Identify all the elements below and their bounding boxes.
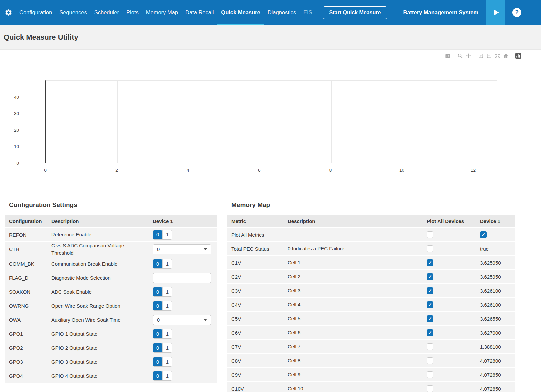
config-row-cth: CTHC vs S ADC Comparison Voltage Thresho… — [5, 242, 217, 257]
refon-toggle-option-1[interactable]: 1 — [162, 230, 172, 239]
reset-axes-icon[interactable] — [502, 52, 510, 59]
gpo1-toggle-option-0[interactable]: 0 — [153, 329, 162, 338]
help-icon[interactable]: ? — [512, 8, 521, 17]
plot-all-metrics-plot-all-checkbox[interactable] — [427, 231, 433, 238]
memory-plot-all-cell — [427, 242, 480, 256]
memory-description: Cell 2 — [288, 270, 427, 284]
refon-toggle-option-0[interactable]: 0 — [153, 230, 162, 239]
x-tick-label: 4 — [181, 168, 195, 173]
nav-tab-scheduler[interactable]: Scheduler — [91, 0, 123, 25]
pan-icon[interactable] — [464, 52, 473, 59]
nav-tab-diagnostics[interactable]: Diagnostics — [264, 0, 300, 25]
y-tick-label: 30 — [0, 111, 19, 116]
camera-icon[interactable] — [444, 52, 452, 59]
memory-description: Cell 1 — [288, 256, 427, 270]
memory-metric: Total PEC Status — [227, 242, 288, 256]
autoscale-icon[interactable] — [493, 52, 502, 59]
gpo3-toggle-option-0[interactable]: 0 — [153, 357, 162, 366]
x-gridline — [260, 81, 260, 163]
memory-plot-all-cell — [427, 382, 480, 392]
config-name: OWRNG — [5, 299, 51, 313]
page-title: Quick Measure Utility — [4, 33, 78, 42]
memory-header-device-1: Device 1 — [480, 215, 515, 228]
owrng-toggle-option-1[interactable]: 1 — [162, 301, 172, 310]
gpo4-toggle-option-1[interactable]: 1 — [162, 371, 172, 380]
memory-description: Cell 8 — [288, 354, 427, 368]
gpo4-toggle-option-0[interactable]: 0 — [153, 371, 162, 380]
gpo2-toggle-option-0[interactable]: 0 — [153, 343, 162, 352]
memory-metric: C2V — [227, 270, 288, 284]
plotly-logo-icon[interactable] — [514, 52, 522, 59]
c8v-plot-all-checkbox[interactable] — [427, 357, 433, 364]
memory-description: 0 Indicates a PEC Failure — [288, 242, 427, 256]
config-name: COMM_BK — [5, 257, 51, 271]
plot-modebar — [444, 52, 522, 59]
nav-tab-memory-map[interactable]: Memory Map — [142, 0, 182, 25]
memory-row-c9v: C9VCell 94.072650 — [227, 368, 515, 382]
chevron-down-icon — [204, 319, 207, 321]
cth-dropdown[interactable]: 0 — [153, 244, 211, 254]
memory-row-c2v: C2VCell 2✓3.625950 — [227, 270, 515, 284]
config-name: GPO4 — [5, 369, 51, 383]
c4v-plot-all-checkbox[interactable]: ✓ — [427, 301, 433, 308]
config-description: Reference Enable — [51, 228, 153, 242]
config-device1-cell: 01 — [153, 355, 217, 369]
config-row-refon: REFONReference Enable01 — [5, 228, 217, 242]
memory-metric: C1V — [227, 256, 288, 270]
memory-plot-all-cell: ✓ — [427, 256, 480, 270]
config-device1-cell: 01 — [153, 299, 217, 313]
c2v-plot-all-checkbox[interactable]: ✓ — [427, 273, 433, 280]
plot-all-metrics-device1-checkbox[interactable]: ✓ — [480, 231, 487, 238]
memory-metric: C3V — [227, 284, 288, 298]
nav-tab-quick-measure[interactable]: Quick Measure — [217, 0, 264, 25]
zoom-out-icon[interactable] — [485, 52, 493, 59]
nav-tab-data-recall[interactable]: Data Recall — [182, 0, 217, 25]
nav-tab-configuration[interactable]: Configuration — [16, 0, 56, 25]
y-gridline — [46, 147, 497, 147]
memory-row-c4v: C4VCell 4✓3.626100 — [227, 298, 515, 312]
start-quick-measure-button[interactable]: Start Quick Measure — [323, 6, 388, 19]
c6v-plot-all-checkbox[interactable]: ✓ — [427, 329, 433, 336]
soakon-toggle-option-1[interactable]: 1 — [162, 287, 172, 296]
zoom-icon[interactable] — [456, 52, 464, 59]
x-tick-label: 12 — [466, 168, 480, 173]
memory-map-title: Memory Map — [231, 201, 515, 209]
comm-bk-toggle-option-0[interactable]: 0 — [153, 259, 162, 268]
settings-gear-icon[interactable] — [5, 9, 12, 16]
gpo1-toggle-option-1[interactable]: 1 — [162, 329, 172, 338]
x-tick-label: 10 — [395, 168, 409, 173]
nav-tab-sequences[interactable]: Sequences — [56, 0, 91, 25]
gpo3-toggle-option-1[interactable]: 1 — [162, 357, 172, 366]
memory-description: Cell 9 — [288, 368, 427, 382]
memory-plot-all-cell: ✓ — [427, 284, 480, 298]
comm-bk-toggle-option-1[interactable]: 1 — [162, 259, 172, 268]
soakon-toggle-option-0[interactable]: 0 — [153, 287, 162, 296]
plot-area[interactable] — [45, 80, 497, 163]
x-tick-label: 6 — [252, 168, 267, 173]
memory-row-c10v: C10VCell 104.072650 — [227, 382, 515, 392]
run-play-button[interactable] — [486, 0, 505, 25]
nav-tabs: ConfigurationSequencesSchedulerPlotsMemo… — [16, 0, 316, 25]
config-description: Open Wire Soak Range Option — [51, 299, 153, 313]
c5v-plot-all-checkbox[interactable]: ✓ — [427, 315, 433, 322]
nav-tab-eis[interactable]: EIS — [300, 0, 316, 25]
c10v-plot-all-checkbox[interactable] — [427, 385, 433, 392]
c7v-plot-all-checkbox[interactable] — [427, 343, 433, 350]
owrng-toggle-option-0[interactable]: 0 — [153, 301, 162, 310]
memory-device1-value: 4.072650 — [480, 372, 501, 378]
c9v-plot-all-checkbox[interactable] — [427, 371, 433, 378]
total-pec-status-plot-all-checkbox[interactable] — [427, 245, 433, 252]
zoom-in-icon[interactable] — [477, 52, 485, 59]
memory-metric: C5V — [227, 312, 288, 326]
config-name: SOAKON — [5, 285, 51, 299]
c3v-plot-all-checkbox[interactable]: ✓ — [427, 287, 433, 294]
memory-device1-value: 3.625050 — [480, 260, 501, 266]
c1v-plot-all-checkbox[interactable]: ✓ — [427, 259, 433, 266]
owa-dropdown[interactable]: 0 — [153, 315, 211, 325]
flag-d-input[interactable] — [153, 273, 211, 283]
config-name: FLAG_D — [5, 271, 51, 285]
gpo2-toggle-option-1[interactable]: 1 — [162, 343, 172, 352]
memory-description: Cell 6 — [288, 326, 427, 340]
nav-tab-plots[interactable]: Plots — [123, 0, 142, 25]
config-device1-cell: 01 — [153, 257, 217, 271]
